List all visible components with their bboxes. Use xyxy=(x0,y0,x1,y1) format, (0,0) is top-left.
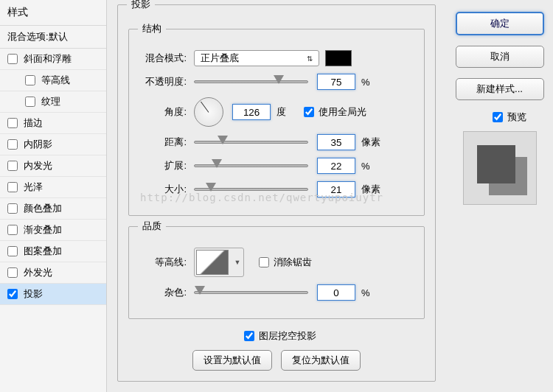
sidebar-item-7[interactable]: 颜色叠加 xyxy=(0,198,106,220)
distance-thumb[interactable] xyxy=(218,136,228,144)
contour-picker[interactable]: ▼ xyxy=(194,248,244,277)
sidebar-item-checkbox[interactable] xyxy=(25,97,35,107)
anti-alias-label: 消除锯齿 xyxy=(274,256,312,269)
knockout-checkbox[interactable]: 图层挖空投影 xyxy=(244,329,316,343)
global-light-label: 使用全局光 xyxy=(319,105,366,119)
blend-mode-value: 正片叠底 xyxy=(201,52,239,65)
size-unit: 像素 xyxy=(361,183,380,196)
sidebar-item-label: 等高线 xyxy=(41,74,70,87)
sidebar-item-checkbox[interactable] xyxy=(7,118,18,128)
knockout-cb[interactable] xyxy=(244,331,254,341)
sidebar-item-label: 渐变叠加 xyxy=(24,223,62,237)
spread-slider[interactable] xyxy=(194,164,308,167)
sidebar-item-3[interactable]: 描边 xyxy=(0,113,106,134)
preview-layer xyxy=(477,145,515,183)
opacity-thumb[interactable] xyxy=(274,75,284,84)
sidebar-item-label: 描边 xyxy=(24,116,43,130)
opacity-slider[interactable] xyxy=(194,80,308,83)
blend-mode-label: 混合模式: xyxy=(139,52,187,65)
global-light-checkbox[interactable]: 使用全局光 xyxy=(304,105,366,119)
sidebar-item-10[interactable]: 外发光 xyxy=(0,262,106,284)
noise-input[interactable] xyxy=(317,284,355,301)
shadow-color-swatch[interactable] xyxy=(325,50,352,66)
sidebar-item-label: 内发光 xyxy=(24,159,52,172)
sidebar-item-label: 外发光 xyxy=(24,266,52,279)
sidebar-item-0[interactable]: 斜面和浮雕 xyxy=(0,49,106,70)
size-slider[interactable] xyxy=(194,188,308,191)
preview-checkbox[interactable]: 预览 xyxy=(473,111,546,124)
angle-label: 角度: xyxy=(139,105,187,119)
new-style-button[interactable]: 新建样式... xyxy=(456,78,544,100)
sidebar-item-checkbox[interactable] xyxy=(7,139,18,150)
sidebar-item-5[interactable]: 内发光 xyxy=(0,155,106,177)
distance-label: 距离: xyxy=(139,136,187,149)
quality-title: 品质 xyxy=(138,220,166,233)
cancel-button[interactable]: 取消 xyxy=(456,46,544,68)
ok-button[interactable]: 确定 xyxy=(456,12,544,35)
preview-box xyxy=(463,131,537,205)
anti-alias-cb[interactable] xyxy=(259,257,269,267)
sidebar-item-checkbox[interactable] xyxy=(7,182,18,192)
distance-unit: 像素 xyxy=(361,136,380,149)
sidebar-item-checkbox[interactable] xyxy=(7,54,18,64)
sidebar-item-8[interactable]: 渐变叠加 xyxy=(0,220,106,241)
angle-unit: 度 xyxy=(276,105,286,119)
sidebar-item-6[interactable]: 光泽 xyxy=(0,177,106,198)
blend-mode-select[interactable]: 正片叠底 ⇅ xyxy=(194,50,319,66)
spread-unit: % xyxy=(361,161,370,172)
sidebar-item-label: 图案叠加 xyxy=(24,245,62,258)
main-panel: 投影 结构 混合模式: 正片叠底 ⇅ 不透明度: xyxy=(107,0,446,392)
contour-label: 等高线: xyxy=(139,256,187,269)
sidebar-header: 样式 xyxy=(0,0,106,26)
sidebar-item-label: 内阴影 xyxy=(24,138,52,151)
sidebar-item-label: 投影 xyxy=(24,287,43,301)
drop-shadow-group: 投影 结构 混合模式: 正片叠底 ⇅ 不透明度: xyxy=(117,4,436,382)
anti-alias-checkbox[interactable]: 消除锯齿 xyxy=(259,256,312,269)
sidebar-item-checkbox[interactable] xyxy=(7,246,18,256)
spread-thumb[interactable] xyxy=(212,159,222,168)
sidebar-item-checkbox[interactable] xyxy=(7,203,18,214)
angle-input[interactable] xyxy=(232,104,271,120)
sidebar-item-9[interactable]: 图案叠加 xyxy=(0,241,106,262)
size-thumb[interactable] xyxy=(206,183,216,192)
sidebar-item-11[interactable]: 投影 xyxy=(0,284,106,305)
quality-group: 品质 等高线: ▼ 消除锯齿 杂色: xyxy=(128,226,425,319)
sidebar-item-checkbox[interactable] xyxy=(7,267,18,278)
angle-dial[interactable] xyxy=(194,97,223,127)
structure-title: 结构 xyxy=(138,22,166,35)
preview-label: 预览 xyxy=(507,111,526,124)
sidebar-item-label: 纹理 xyxy=(41,95,60,108)
opacity-input[interactable] xyxy=(317,74,355,90)
contour-swatch xyxy=(196,250,229,275)
spread-input[interactable] xyxy=(317,158,355,174)
noise-label: 杂色: xyxy=(139,286,187,299)
sidebar-item-4[interactable]: 内阴影 xyxy=(0,134,106,155)
blend-options-item[interactable]: 混合选项:默认 xyxy=(0,26,106,49)
distance-slider[interactable] xyxy=(194,141,308,144)
size-input[interactable] xyxy=(317,181,355,197)
angle-hand xyxy=(201,102,209,113)
knockout-label: 图层挖空投影 xyxy=(259,329,316,343)
styles-sidebar: 样式 混合选项:默认 斜面和浮雕等高线纹理描边内阴影内发光光泽颜色叠加渐变叠加图… xyxy=(0,0,107,392)
noise-thumb[interactable] xyxy=(195,286,205,295)
preview-cb[interactable] xyxy=(493,112,503,122)
sidebar-item-2[interactable]: 纹理 xyxy=(0,91,106,113)
noise-slider[interactable] xyxy=(194,291,308,294)
global-light-cb[interactable] xyxy=(304,107,314,117)
sidebar-item-checkbox[interactable] xyxy=(25,75,35,85)
opacity-label: 不透明度: xyxy=(139,75,187,88)
chevron-down-icon: ▼ xyxy=(233,259,242,266)
make-default-button[interactable]: 设置为默认值 xyxy=(192,350,272,371)
spread-label: 扩展: xyxy=(139,159,187,172)
sidebar-item-checkbox[interactable] xyxy=(7,225,18,235)
sidebar-item-checkbox[interactable] xyxy=(7,289,18,299)
sidebar-item-checkbox[interactable] xyxy=(7,161,18,171)
sidebar-item-1[interactable]: 等高线 xyxy=(0,70,106,91)
distance-input[interactable] xyxy=(317,134,355,150)
noise-unit: % xyxy=(361,287,370,298)
reset-default-button[interactable]: 复位为默认值 xyxy=(281,350,361,371)
opacity-unit: % xyxy=(361,77,370,88)
sidebar-item-label: 颜色叠加 xyxy=(24,202,62,215)
effect-title: 投影 xyxy=(127,0,155,11)
size-label: 大小: xyxy=(139,183,187,196)
